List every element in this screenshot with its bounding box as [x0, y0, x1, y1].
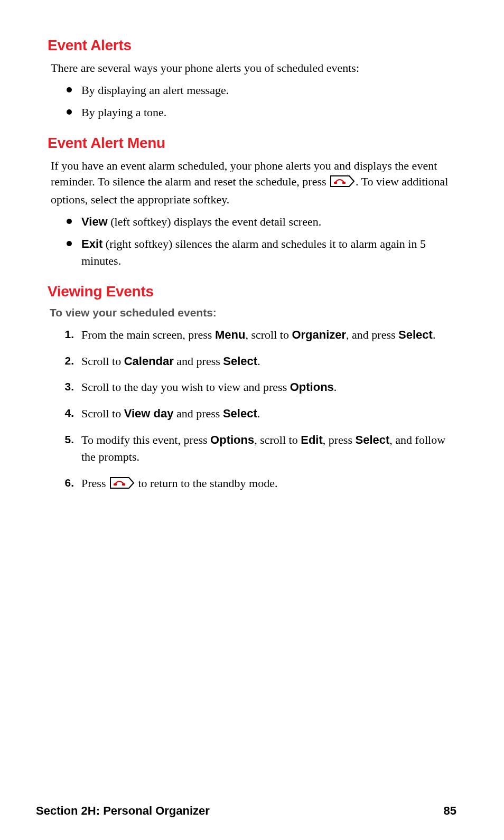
step-bold-text: Select — [223, 354, 257, 368]
step-number: 4. — [58, 405, 74, 421]
step-text: . — [433, 328, 436, 341]
step-item: 4.Scroll to View day and press Select. — [58, 405, 456, 422]
list-item: By playing a tone. — [67, 104, 456, 121]
step-bold-text: Select — [356, 433, 390, 446]
heading-event-alert-menu: Event Alert Menu — [48, 135, 456, 152]
step-bold-text: Select — [398, 328, 433, 341]
step-text: To modify this event, press — [81, 433, 210, 446]
step-text: Press — [81, 477, 109, 490]
step-text: , scroll to — [245, 328, 292, 341]
step-text: From the main screen, press — [81, 328, 215, 341]
viewing-events-sublabel: To view your scheduled events: — [50, 306, 456, 319]
event-alert-menu-intro: If you have an event alarm scheduled, yo… — [51, 158, 456, 208]
bullet-text: By playing a tone. — [81, 106, 166, 119]
end-key-icon — [330, 175, 354, 192]
list-item: Exit (right softkey) silences the alarm … — [67, 236, 456, 269]
bullet-text: By displaying an alert message. — [81, 83, 229, 97]
step-bold-text: Calendar — [124, 354, 174, 368]
step-bold-text: Select — [223, 407, 257, 420]
step-text: and press — [174, 354, 223, 368]
step-bold-text: View day — [124, 407, 174, 420]
list-item: View (left softkey) displays the event d… — [67, 213, 456, 230]
step-bold-text: Options — [290, 380, 334, 394]
step-number: 5. — [58, 432, 74, 447]
bullet-bold: View — [81, 215, 108, 228]
step-text: and press — [173, 407, 222, 420]
page-content: Event Alerts There are several ways your… — [0, 0, 504, 493]
step-text: , scroll to — [254, 433, 301, 446]
step-number: 2. — [58, 353, 74, 369]
step-bold-text: Options — [210, 433, 254, 446]
step-bold-text: Edit — [301, 433, 323, 446]
step-text: , press — [323, 433, 356, 446]
bullet-bold: Exit — [81, 237, 102, 250]
svg-rect-2 — [114, 483, 117, 486]
step-item: 2.Scroll to Calendar and press Select. — [58, 353, 456, 370]
step-number: 3. — [58, 379, 74, 395]
step-text: , and press — [346, 328, 398, 341]
step-text: . — [257, 407, 260, 420]
viewing-events-steps: 1.From the main screen, press Menu, scro… — [58, 326, 456, 493]
page-footer: Section 2H: Personal Organizer 85 — [0, 804, 504, 840]
svg-rect-1 — [342, 182, 346, 184]
step-text: . — [257, 354, 260, 368]
heading-viewing-events: Viewing Events — [48, 283, 456, 300]
footer-page-number: 85 — [444, 804, 456, 818]
step-item: 5.To modify this event, press Options, s… — [58, 432, 456, 465]
bullet-rest: (left softkey) displays the event detail… — [108, 215, 321, 228]
step-item: 3.Scroll to the day you wish to view and… — [58, 379, 456, 396]
step-item: 6.Press to return to the standby mode. — [58, 475, 456, 493]
step-text: to return to the standby mode. — [135, 477, 277, 490]
step-text: Scroll to — [81, 354, 124, 368]
step-bold-text: Menu — [215, 328, 245, 341]
event-alerts-intro: There are several ways your phone alerts… — [51, 60, 456, 77]
event-alert-menu-bullets: View (left softkey) displays the event d… — [67, 213, 456, 269]
bullet-rest: (right softkey) silences the alarm and s… — [81, 237, 426, 267]
step-text: Scroll to — [81, 407, 124, 420]
step-item: 1.From the main screen, press Menu, scro… — [58, 326, 456, 343]
step-bold-text: Organizer — [292, 328, 346, 341]
step-number: 1. — [58, 326, 74, 342]
list-item: By displaying an alert message. — [67, 82, 456, 99]
step-number: 6. — [58, 475, 74, 491]
event-alerts-bullets: By displaying an alert message. By playi… — [67, 82, 456, 121]
heading-event-alerts: Event Alerts — [48, 37, 456, 54]
footer-section-label: Section 2H: Personal Organizer — [36, 804, 210, 818]
step-text: Scroll to the day you wish to view and p… — [81, 380, 290, 394]
svg-rect-0 — [334, 182, 337, 184]
end-key-icon — [110, 477, 134, 493]
svg-rect-3 — [122, 483, 125, 486]
step-text: . — [334, 380, 337, 394]
